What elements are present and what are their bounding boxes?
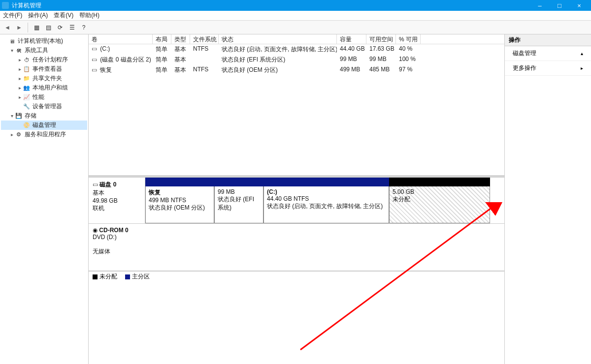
collapse-icon: ▴ — [581, 51, 583, 56]
legend-unalloc-swatch — [93, 274, 98, 279]
legend: 未分配 主分区 — [89, 271, 504, 282]
app-icon — [2, 2, 9, 9]
actions-pane: 操作 磁盘管理▴ 更多操作▸ — [505, 34, 591, 364]
tool-icon-2[interactable]: ▤ — [43, 22, 54, 33]
volume-row[interactable]: ▭ 恢复简单基本NTFS状态良好 (OEM 分区)499 MB485 MB97 … — [89, 65, 504, 75]
refresh-icon[interactable]: ⟳ — [55, 22, 66, 33]
forward-icon[interactable]: ► — [14, 22, 25, 33]
col-layout[interactable]: 布局 — [153, 34, 171, 44]
tree-services[interactable]: ▸⚙服务和应用程序 — [1, 130, 87, 139]
tree-localusers[interactable]: ▸👥本地用户和组 — [1, 83, 87, 92]
partition-box[interactable]: 99 MB状态良好 (EFI 系统) — [214, 186, 263, 223]
tree-scheduler[interactable]: ▸⏱任务计划程序 — [1, 55, 87, 64]
col-volume[interactable]: 卷 — [89, 34, 153, 44]
legend-primary-swatch — [125, 274, 130, 279]
close-button[interactable]: × — [569, 0, 589, 11]
col-capacity[interactable]: 容量 — [337, 34, 366, 44]
disk-0-label[interactable]: ▭ 磁盘 0 基本 49.98 GB 联机 — [89, 178, 145, 223]
menubar: 文件(F) 操作(A) 查看(V) 帮助(H) — [0, 11, 591, 21]
tree-storage[interactable]: ▾💾存储 — [1, 111, 87, 121]
chevron-right-icon: ▸ — [581, 65, 583, 71]
tree-diskmgmt[interactable]: 📀磁盘管理 — [1, 121, 87, 130]
action-diskmgmt[interactable]: 磁盘管理▴ — [505, 46, 591, 61]
tree-eventviewer[interactable]: ▸📋事件查看器 — [1, 64, 87, 74]
back-icon[interactable]: ◄ — [2, 22, 13, 33]
titlebar: 计算机管理 – □ × — [0, 0, 591, 11]
tree-sharedfolders[interactable]: ▸📁共享文件夹 — [1, 74, 87, 83]
maximize-button[interactable]: □ — [550, 0, 569, 11]
col-fs[interactable]: 文件系统 — [190, 34, 219, 44]
help-icon[interactable]: ? — [78, 22, 89, 33]
minimize-button[interactable]: – — [530, 0, 550, 11]
tree-systools[interactable]: ▾🛠系统工具 — [1, 46, 87, 55]
tree-root[interactable]: 🖥计算机管理(本地) — [1, 36, 87, 46]
menu-view[interactable]: 查看(V) — [54, 11, 73, 20]
col-free[interactable]: 可用空间 — [366, 34, 396, 44]
tree-devicemgr[interactable]: 🔧设备管理器 — [1, 102, 87, 111]
cdrom-label[interactable]: ◉ CD-ROM 0 DVD (D:) 无媒体 — [89, 224, 504, 271]
toolbar: ◄ ► ▦ ▤ ⟳ ☰ ? — [0, 21, 591, 34]
disk-0-row: ▭ 磁盘 0 基本 49.98 GB 联机 恢复499 MB NTFS状态良好 … — [89, 178, 504, 224]
action-more[interactable]: 更多操作▸ — [505, 61, 591, 76]
volume-row[interactable]: ▭ (C:)简单基本NTFS状态良好 (启动, 页面文件, 故障转储, 主分区)… — [89, 44, 504, 55]
navigation-tree: 🖥计算机管理(本地) ▾🛠系统工具 ▸⏱任务计划程序 ▸📋事件查看器 ▸📁共享文… — [0, 34, 89, 364]
tool-icon-1[interactable]: ▦ — [31, 22, 42, 33]
menu-help[interactable]: 帮助(H) — [79, 11, 99, 20]
disk-graphical-area: ▭ 磁盘 0 基本 49.98 GB 联机 恢复499 MB NTFS状态良好 … — [89, 177, 504, 364]
col-status[interactable]: 状态 — [219, 34, 337, 44]
tree-performance[interactable]: ▸📈性能 — [1, 92, 87, 102]
partition-box[interactable]: 恢复499 MB NTFS状态良好 (OEM 分区) — [145, 186, 214, 223]
window-title: 计算机管理 — [12, 1, 530, 10]
partition-box[interactable]: (C:)44.40 GB NTFS状态良好 (启动, 页面文件, 故障转储, 主… — [263, 186, 389, 223]
partition-unallocated[interactable]: 5.00 GB未分配 — [389, 186, 490, 223]
menu-action[interactable]: 操作(A) — [28, 11, 48, 20]
volume-list: 卷 布局 类型 文件系统 状态 容量 可用空间 % 可用 ▭ (C:)简单基本N… — [89, 34, 504, 177]
cdrom-row: ◉ CD-ROM 0 DVD (D:) 无媒体 — [89, 224, 504, 271]
col-type[interactable]: 类型 — [171, 34, 190, 44]
center-pane: 卷 布局 类型 文件系统 状态 容量 可用空间 % 可用 ▭ (C:)简单基本N… — [89, 34, 505, 364]
col-pct[interactable]: % 可用 — [396, 34, 421, 44]
actions-header: 操作 — [505, 34, 591, 46]
volume-row[interactable]: ▭ (磁盘 0 磁盘分区 2)简单基本状态良好 (EFI 系统分区)99 MB9… — [89, 55, 504, 65]
volume-header: 卷 布局 类型 文件系统 状态 容量 可用空间 % 可用 — [89, 34, 504, 44]
tool-icon-4[interactable]: ☰ — [66, 22, 77, 33]
menu-file[interactable]: 文件(F) — [3, 11, 22, 20]
